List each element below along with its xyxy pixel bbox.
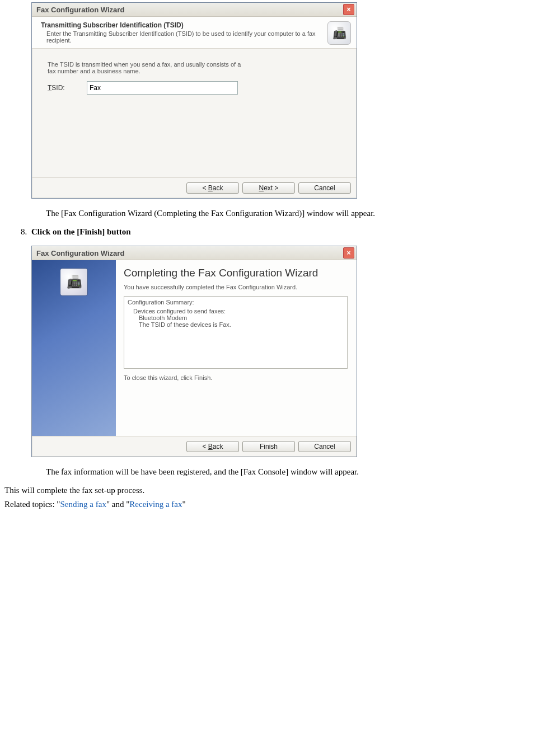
fax-wizard-complete-dialog: Fax Configuration Wizard × 📠 Completing … (31, 246, 357, 457)
window-title: Fax Configuration Wizard (36, 6, 124, 14)
summary-box: Configuration Summary: Devices configure… (124, 296, 348, 369)
step-8-text: Click on the [Finish] button (31, 227, 131, 236)
fax-icon: 📠 (60, 268, 88, 296)
dialog-body: 📠 Completing the Fax Configuration Wizar… (32, 260, 357, 436)
button-bar: < Back Finish Cancel (32, 436, 357, 457)
dialog-header-area: Transmitting Subscriber Identification (… (32, 17, 357, 49)
titlebar: Fax Configuration Wizard × (32, 3, 357, 17)
closing-text: To close this wizard, click Finish. (124, 374, 348, 381)
cancel-button[interactable]: Cancel (298, 441, 351, 452)
back-button[interactable]: < Back (186, 441, 239, 452)
step-8: Click on the [Finish] button (29, 227, 530, 237)
back-button[interactable]: < Back (186, 182, 239, 194)
summary-label: Configuration Summary: (128, 299, 344, 306)
tsid-label: TSID: (48, 84, 87, 92)
paragraph-after-dialog2: The fax information will be have been re… (46, 467, 530, 477)
fax-wizard-tsid-dialog: Fax Configuration Wizard × Transmitting … (31, 2, 357, 199)
close-icon[interactable]: × (343, 247, 354, 259)
titlebar: Fax Configuration Wizard × (32, 246, 357, 260)
header-title: Transmitting Subscriber Identification (… (41, 21, 323, 29)
side-panel: 📠 (32, 260, 116, 436)
related-topics: Related topics: "Sending a fax" and "Rec… (4, 500, 530, 509)
link-receiving-fax[interactable]: Receiving a fax (129, 500, 182, 509)
finish-button[interactable]: Finish (242, 441, 295, 452)
button-bar: < Back Next > Cancel (32, 177, 357, 198)
dialog-content: The TSID is transmitted when you send a … (32, 49, 357, 177)
fax-icon: 📠 (327, 21, 351, 45)
header-subtext: Enter the Transmitting Subscriber Identi… (46, 30, 321, 44)
completing-subtext: You have successfully completed the Fax … (124, 284, 348, 290)
tsid-input[interactable] (87, 81, 238, 95)
close-icon[interactable]: × (343, 4, 354, 15)
closing-paragraph: This will complete the fax set-up proces… (4, 486, 530, 495)
summary-line-3: The TSID of these devices is Fax. (128, 321, 344, 328)
completing-heading: Completing the Fax Configuration Wizard (124, 267, 348, 279)
right-pane: Completing the Fax Configuration Wizard … (116, 260, 357, 436)
summary-line-2: Bluetooth Modem (128, 314, 344, 321)
window-title: Fax Configuration Wizard (36, 249, 124, 257)
body-text: The TSID is transmitted when you send a … (48, 61, 249, 74)
link-sending-fax[interactable]: Sending a fax (60, 500, 106, 509)
paragraph-after-dialog1: The [Fax Configuration Wizard (Completin… (46, 209, 530, 218)
cancel-button[interactable]: Cancel (298, 182, 351, 194)
next-button[interactable]: Next > (242, 182, 295, 194)
summary-line-1: Devices configured to send faxes: (128, 308, 344, 314)
step-list: Click on the [Finish] button (19, 227, 530, 237)
